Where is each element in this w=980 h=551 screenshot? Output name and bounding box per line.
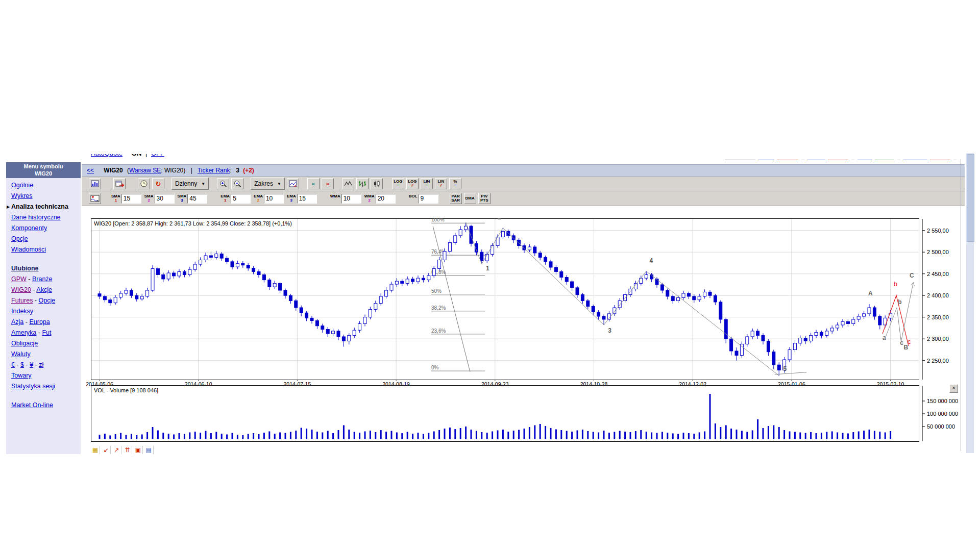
sidebar-link[interactable]: Futures (11, 297, 33, 304)
sidebar-link[interactable]: Fut (42, 329, 51, 336)
sidebar-link[interactable]: Komponenty (11, 224, 47, 232)
sidebar-link[interactable]: Waluty (11, 350, 31, 358)
sidebar-link[interactable]: Analiza techniczna (11, 203, 68, 210)
wma2-period-input[interactable] (376, 194, 396, 204)
sma1-period-input[interactable] (121, 194, 141, 204)
par-sar-button[interactable]: PARSAR (450, 193, 462, 204)
sidebar-item: GPW - Branże (11, 274, 81, 285)
interval-dropdown[interactable]: Dzienny▼ (172, 178, 209, 190)
sidebar-item: Wykres (11, 191, 81, 202)
sidebar-link[interactable]: Azja (11, 318, 23, 325)
expand-icon[interactable]: ⇈ (123, 446, 132, 454)
scrollbar-thumb[interactable] (967, 154, 974, 242)
svg-text:5: 5 (783, 365, 787, 372)
indicator-label[interactable]: SMA3 (178, 194, 187, 203)
scale-lin-eq-button[interactable]: LIN= (421, 178, 433, 189)
candlestick-chart-type-button[interactable] (371, 178, 383, 189)
scale-log-eq-button[interactable]: LOG= (392, 178, 404, 189)
scroll-left-button[interactable]: « (307, 178, 320, 189)
save-icon[interactable]: ▦ (91, 446, 100, 454)
sidebar-link[interactable]: Ameryka (11, 329, 36, 336)
sidebar-link[interactable]: Wiadomości (11, 246, 46, 253)
sidebar-link: - (24, 361, 30, 368)
sidebar-item: ▶Analiza techniczna (11, 202, 81, 212)
fullscreen-icon[interactable]: ▣ (134, 446, 143, 454)
chevron-down-icon: ▼ (201, 182, 205, 186)
bol-period-input[interactable] (419, 194, 438, 204)
add-indicator-button[interactable] (89, 193, 101, 204)
sidebar-link[interactable]: € (11, 361, 15, 368)
svg-text:150 000 000: 150 000 000 (927, 398, 958, 404)
ema1-period-input[interactable] (231, 194, 251, 204)
clipped-ticker-fragment (875, 160, 894, 160)
sidebar-item: WIG20 - Akcje (11, 285, 81, 295)
print-icon[interactable]: ▤ (144, 446, 154, 454)
refresh-button[interactable]: ↻ (152, 178, 164, 189)
svg-text:2 450,00: 2 450,00 (927, 271, 949, 277)
svg-text:23,6%: 23,6% (431, 328, 446, 334)
scale-%-eq-button[interactable]: %= (449, 178, 461, 189)
volume-panel[interactable]: 150 000 000100 000 00050 000 000VOL - Vo… (91, 385, 966, 442)
scale-lin-ne-button[interactable]: LIN≠ (435, 178, 447, 189)
zoom-in-button[interactable] (217, 178, 229, 189)
indicator-label[interactable]: WMA (330, 194, 340, 203)
ema2-period-input[interactable] (264, 194, 284, 204)
sidebar-link[interactable]: Market On-line (11, 402, 53, 409)
export-chart-button[interactable] (113, 178, 126, 189)
indicator-label[interactable]: EMA1 (220, 194, 230, 203)
sidebar-link[interactable]: Ulubione (11, 265, 38, 272)
ohlc-chart-type-button[interactable] (356, 178, 369, 189)
chart-settings-button[interactable] (89, 178, 101, 189)
close-icon[interactable]: × (949, 384, 958, 393)
sidebar-link[interactable]: Akcje (36, 286, 52, 293)
sidebar-link[interactable]: Opcje (11, 235, 28, 242)
range-chart-button[interactable] (287, 178, 299, 189)
sma3-indicator: SMA3 (178, 194, 208, 204)
sidebar-link[interactable]: Ogólnie (11, 182, 33, 189)
back-link[interactable]: << (87, 167, 94, 174)
indicator-label[interactable]: EMA3 (287, 194, 296, 203)
scroll-right-button[interactable]: » (322, 178, 334, 189)
sidebar-link[interactable]: GPW (11, 276, 27, 283)
indicator-label[interactable]: EMA2 (254, 194, 263, 203)
zoom-out-button[interactable] (231, 178, 243, 189)
chevron-down-icon: ▼ (277, 182, 281, 186)
svg-text:2 400,00: 2 400,00 (927, 292, 949, 298)
ema3-period-input[interactable] (297, 194, 317, 204)
arrow-out-icon[interactable]: ↗ (112, 446, 121, 454)
clipped-ticker-fragment (953, 160, 957, 160)
sma2-period-input[interactable] (155, 194, 175, 204)
indicator-label[interactable]: WMA2 (364, 194, 375, 203)
sidebar-link[interactable]: Obligacje (11, 340, 38, 347)
sma3-period-input[interactable] (187, 194, 207, 204)
scale-log-ne-button[interactable]: LOG≠ (406, 178, 419, 189)
dma-button[interactable]: DMA (464, 193, 476, 204)
sidebar-link[interactable]: Europa (29, 318, 50, 325)
sidebar-link[interactable]: $ (20, 361, 24, 368)
sidebar-link[interactable]: Wykres (11, 192, 33, 199)
sidebar-link[interactable]: Branże (32, 276, 53, 283)
indicator-label[interactable]: SMA2 (144, 194, 154, 203)
sidebar-link[interactable]: Towary (11, 372, 32, 379)
intraday-clock-button[interactable] (138, 178, 150, 189)
autoquote-off-link[interactable]: OFF (151, 154, 164, 157)
chart-toolbar-row2: SMA1SMA2SMA3EMA1EMA2EMA3WMA WMA2BOL PARS… (82, 191, 965, 206)
indicator-label[interactable]: BOL (409, 194, 418, 203)
indicator-label[interactable]: SMA1 (111, 194, 120, 203)
sidebar-link[interactable]: Indeksy (11, 308, 33, 315)
wma-period-input[interactable] (341, 194, 361, 204)
sidebar-link[interactable]: Statystyka sesji (11, 383, 55, 390)
autoquote-link[interactable]: AutoQuote (91, 154, 122, 157)
arrow-in-icon[interactable]: ↙ (102, 446, 111, 454)
line-chart-type-button[interactable] (342, 178, 354, 189)
piv-pts-button[interactable]: PIVPTS (478, 193, 491, 204)
sidebar-link[interactable]: Opcje (39, 297, 56, 304)
sidebar-link[interactable]: zł (39, 361, 43, 368)
exchange-link[interactable]: Warsaw SE (129, 167, 161, 174)
price-chart-panel[interactable]: 100%76,4%61,8%50%38,2%23,6%0%12345bcAbac… (91, 218, 966, 381)
ticker-rank-link[interactable]: Ticker Rank (198, 167, 230, 174)
sidebar-link[interactable]: Dane historyczne (11, 214, 61, 221)
sidebar-link[interactable]: WIG20 (11, 286, 31, 293)
range-dropdown[interactable]: Zakres▼ (251, 178, 285, 190)
sidebar-item: € - $ - ¥ - zł (11, 360, 81, 370)
